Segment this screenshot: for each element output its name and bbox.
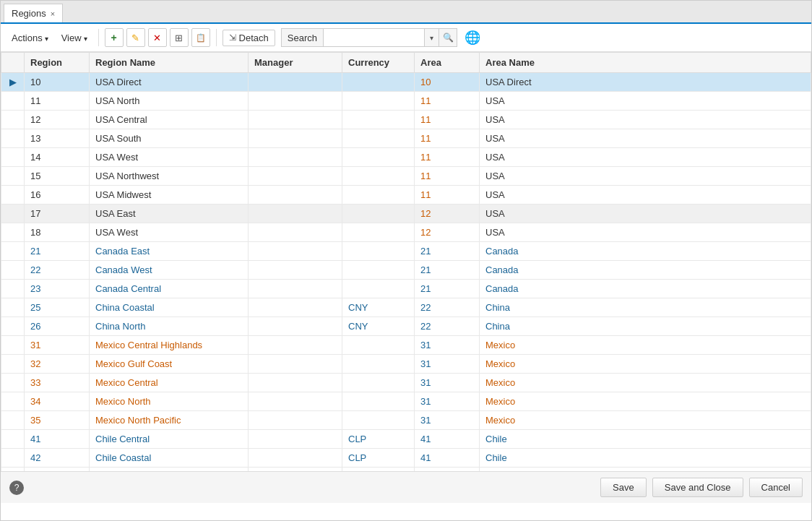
area-name-cell: USA Direct xyxy=(480,73,811,92)
paste-button[interactable]: 📋 xyxy=(191,28,210,47)
table-row[interactable]: 31 Mexico Central Highlands 31 Mexico xyxy=(1,336,811,355)
area-name-cell: Canada xyxy=(480,242,811,261)
region-cell: 44 xyxy=(25,468,90,472)
copy-button[interactable]: ⊞ xyxy=(170,28,189,47)
region-cell: 14 xyxy=(25,148,90,167)
area-cell: 31 xyxy=(415,355,480,374)
area-cell: 21 xyxy=(415,280,480,298)
help-button[interactable]: ? xyxy=(9,481,24,495)
row-indicator-cell xyxy=(1,111,25,129)
table-row[interactable]: 18 USA West 12 USA xyxy=(1,223,811,242)
col-currency[interactable]: Currency xyxy=(342,53,415,73)
row-indicator-cell xyxy=(1,411,25,430)
region-cell: 42 xyxy=(25,449,90,468)
col-area-name[interactable]: Area Name xyxy=(480,53,811,73)
region-name-cell: USA West xyxy=(90,223,249,242)
area-cell: 11 xyxy=(415,167,480,186)
add-button[interactable] xyxy=(105,28,124,47)
detach-button[interactable]: ⇲ Detach xyxy=(223,30,275,46)
manager-cell xyxy=(249,336,342,355)
row-indicator-cell xyxy=(1,392,25,411)
col-area[interactable]: Area xyxy=(415,53,480,73)
search-input[interactable] xyxy=(323,28,424,47)
row-indicator-cell xyxy=(1,167,25,186)
table-row[interactable]: 26 China North CNY 22 China xyxy=(1,317,811,336)
region-name-cell: USA Northwest xyxy=(90,167,249,186)
table-row[interactable]: 32 Mexico Gulf Coast 31 Mexico xyxy=(1,355,811,374)
currency-cell xyxy=(342,73,415,92)
globe-button[interactable]: 🌐 xyxy=(463,28,482,47)
table-row[interactable]: 22 Canada West 21 Canada xyxy=(1,261,811,280)
region-name-cell: USA South xyxy=(90,129,249,148)
table-row[interactable]: 34 Mexico North 31 Mexico xyxy=(1,392,811,411)
region-cell: 16 xyxy=(25,186,90,204)
currency-cell: GBP xyxy=(342,468,415,472)
region-cell: 31 xyxy=(25,336,90,355)
region-name-cell: Mexico Gulf Coast xyxy=(90,355,249,374)
area-cell: 11 xyxy=(415,111,480,129)
manager-cell xyxy=(249,186,342,204)
manager-cell xyxy=(249,129,342,148)
region-name-cell: China North xyxy=(90,317,249,336)
area-name-cell: USA xyxy=(480,223,811,242)
tab-bar: Regions × xyxy=(1,1,811,24)
area-cell: 31 xyxy=(415,374,480,392)
table-row[interactable]: 35 Mexico North Pacific 31 Mexico xyxy=(1,411,811,430)
currency-cell xyxy=(342,355,415,374)
tab-close-icon[interactable]: × xyxy=(51,9,55,18)
cancel-button[interactable]: Cancel xyxy=(749,478,803,497)
table-row[interactable]: 11 USA North 11 USA xyxy=(1,92,811,111)
region-name-cell: Mexico Central xyxy=(90,374,249,392)
search-go-button[interactable]: 🔍 xyxy=(439,28,457,47)
area-cell: 31 xyxy=(415,411,480,430)
table-row[interactable]: 13 USA South 11 USA xyxy=(1,129,811,148)
tab-regions[interactable]: Regions × xyxy=(4,4,63,22)
actions-chevron-icon xyxy=(45,33,48,43)
table-row[interactable]: 17 USA East 12 USA xyxy=(1,204,811,223)
col-manager[interactable]: Manager xyxy=(249,53,342,73)
edit-button[interactable] xyxy=(126,28,145,47)
area-cell: 44 xyxy=(415,468,480,472)
table-row[interactable]: 42 Chile Coastal CLP 41 Chile xyxy=(1,449,811,468)
table-row[interactable]: ▶ 10 USA Direct 10 USA Direct xyxy=(1,73,811,92)
region-cell: 26 xyxy=(25,317,90,336)
table-row[interactable]: 16 USA Midwest 11 USA xyxy=(1,186,811,204)
table-header-row: Region Region Name Manager Currency Area… xyxy=(1,53,811,73)
area-name-cell: USA xyxy=(480,186,811,204)
region-name-cell: China Coastal xyxy=(90,298,249,317)
table-row[interactable]: 44 UK East GBP 44 UK xyxy=(1,468,811,472)
area-cell: 12 xyxy=(415,204,480,223)
table-row[interactable]: 33 Mexico Central 31 Mexico xyxy=(1,374,811,392)
table-row[interactable]: 12 USA Central 11 USA xyxy=(1,111,811,129)
region-cell: 34 xyxy=(25,392,90,411)
row-indicator-cell xyxy=(1,280,25,298)
table-row[interactable]: 41 Chile Central CLP 41 Chile xyxy=(1,430,811,449)
search-dropdown-button[interactable] xyxy=(424,28,439,47)
row-indicator-cell xyxy=(1,298,25,317)
save-button[interactable]: Save xyxy=(600,478,647,497)
area-cell: 10 xyxy=(415,73,480,92)
delete-icon xyxy=(153,33,161,43)
save-label: Save xyxy=(613,482,634,493)
row-indicator-cell xyxy=(1,148,25,167)
table-row[interactable]: 14 USA West 11 USA xyxy=(1,148,811,167)
actions-button[interactable]: Actions xyxy=(7,30,53,46)
region-cell: 18 xyxy=(25,223,90,242)
manager-cell xyxy=(249,411,342,430)
delete-button[interactable] xyxy=(148,28,167,47)
table-row[interactable]: 21 Canada East 21 Canada xyxy=(1,242,811,261)
col-region-name[interactable]: Region Name xyxy=(90,53,249,73)
save-close-button[interactable]: Save and Close xyxy=(652,478,743,497)
view-button[interactable]: View xyxy=(56,30,92,46)
table-row[interactable]: 25 China Coastal CNY 22 China xyxy=(1,298,811,317)
save-close-label: Save and Close xyxy=(665,482,731,493)
area-name-cell: Chile xyxy=(480,430,811,449)
area-cell: 21 xyxy=(415,242,480,261)
table-row[interactable]: 15 USA Northwest 11 USA xyxy=(1,167,811,186)
region-cell: 23 xyxy=(25,280,90,298)
table-row[interactable]: 23 Canada Central 21 Canada xyxy=(1,280,811,298)
currency-cell xyxy=(342,129,415,148)
region-name-cell: USA East xyxy=(90,204,249,223)
col-region[interactable]: Region xyxy=(25,53,90,73)
regions-table: Region Region Name Manager Currency Area… xyxy=(1,52,811,471)
